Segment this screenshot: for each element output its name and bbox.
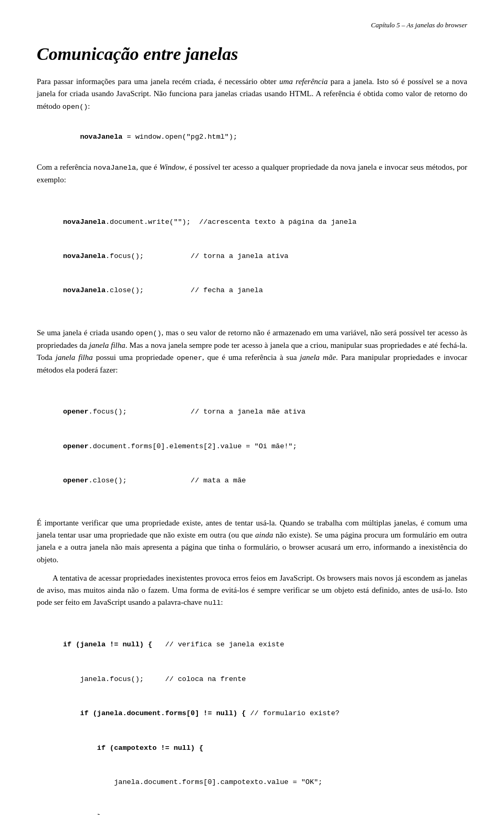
paragraph-1: Para passar informações para uma janela …: [37, 76, 467, 112]
paragraph-2: Com a referência novaJanela, que é Windo…: [37, 161, 467, 186]
paragraph-4: É importante verificar que uma proprieda…: [37, 517, 467, 566]
paragraph-5: A tentativa de acessar propriedades inex…: [37, 572, 467, 609]
code-4-l1: if (janela != null) { // verifica se jan…: [63, 639, 467, 651]
code-block-1: novaJanela = window.open("pg2.html");: [63, 120, 467, 154]
code-4-l6: }: [63, 811, 467, 815]
page-header: Capítulo 5 – As janelas do browser: [37, 21, 467, 29]
code-line-2-3: novaJanela.close(); // fecha a janela: [63, 285, 467, 296]
code-novajanela: novaJanela: [80, 133, 122, 141]
header-text: Capítulo 5 – As janelas do browser: [371, 21, 467, 29]
code-block-4: if (janela != null) { // verifica se jan…: [63, 616, 467, 815]
code-4-l4: if (campotexto != null) {: [63, 742, 467, 754]
code-line-3-2: opener.document.forms[0].elements[2].val…: [63, 441, 467, 452]
code-4-l2: janela.focus(); // coloca na frente: [63, 674, 467, 685]
code-line-2-2: novaJanela.focus(); // torna a janela at…: [63, 251, 467, 262]
code-block-3: opener.focus(); // torna a janela mãe at…: [63, 384, 467, 510]
chapter-title: Comunicação entre janelas: [37, 44, 467, 64]
code-4-l5: janela.document.forms[0].campotexto.valu…: [63, 777, 467, 788]
code-block-2: novaJanela.document.write(""); //acresce…: [63, 193, 467, 319]
paragraph-3: Se uma janela é criada usando open(), ma…: [37, 327, 467, 376]
page: Capítulo 5 – As janelas do browser Comun…: [0, 0, 504, 815]
code-4-l3: if (janela.document.forms[0] != null) { …: [63, 708, 467, 719]
code-line-3-1: opener.focus(); // torna a janela mãe at…: [63, 406, 467, 418]
code-line-3-3: opener.close(); // mata a mãe: [63, 475, 467, 487]
code-line-2-1: novaJanela.document.write(""); //acresce…: [63, 216, 467, 228]
